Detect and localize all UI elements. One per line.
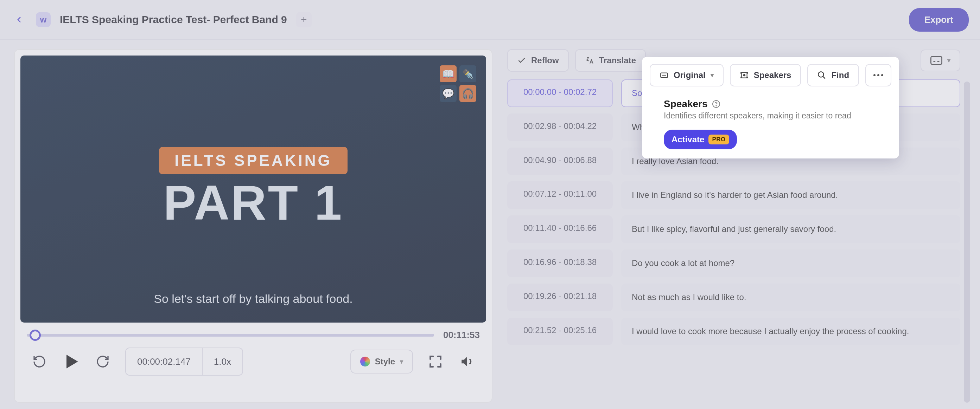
transcript-text[interactable]: Not as much as I would like to. [621, 284, 960, 311]
project-title[interactable]: IELTS Speaking Practice Test- Perfect Ba… [60, 14, 287, 25]
transcript-timestamp[interactable]: 00:07.12 - 00:11.00 [507, 181, 613, 209]
original-label: Original [674, 70, 706, 80]
play-button[interactable] [62, 352, 80, 371]
speech-icon: 💬 [440, 85, 457, 102]
book-icon: 📖 [440, 65, 457, 82]
scrub-row: 00:11:53 [21, 330, 486, 341]
transcript-text[interactable]: But I like spicy, flavorful and just gen… [621, 216, 960, 243]
playback-speed[interactable]: 1.0x [202, 348, 242, 375]
forward-button[interactable] [94, 352, 112, 371]
transcript-text[interactable]: I would love to cook more because I actu… [621, 318, 960, 346]
current-time[interactable]: 00:00:02.147 [126, 356, 202, 367]
video-corner-icons: 📖 ✒️ 💬 🎧 [440, 65, 476, 102]
forward-icon [95, 355, 110, 369]
svg-point-10 [881, 74, 883, 76]
check-icon [517, 56, 526, 65]
video-part-title: PART 1 [163, 174, 343, 231]
svg-point-8 [873, 74, 875, 76]
chevron-down-icon: ▾ [947, 57, 950, 64]
translate-icon [585, 56, 594, 65]
pen-icon: ✒️ [460, 65, 476, 82]
help-icon[interactable] [712, 100, 721, 108]
popover-title: Speakers [664, 98, 708, 109]
translate-label: Translate [599, 55, 636, 65]
style-label: Style [375, 357, 395, 366]
popover-toolbar: Original ▾ Speakers Find [650, 64, 891, 86]
video-caption: So let's start off by talking about food… [154, 292, 352, 306]
find-label: Find [831, 70, 849, 80]
video-pane: 📖 ✒️ 💬 🎧 IELTS SPEAKING PART 1 So let's … [14, 49, 492, 403]
transcript-timestamp[interactable]: 00:16.96 - 00:18.38 [507, 249, 613, 277]
transcript-line[interactable]: 00:19.26 - 00:21.18Not as much as I woul… [507, 284, 960, 311]
svg-marker-0 [67, 355, 78, 369]
svg-point-6 [819, 72, 824, 77]
video-duration: 00:11:53 [443, 330, 480, 341]
chevron-down-icon: ▾ [400, 358, 403, 365]
transcript-timestamp[interactable]: 00:21.52 - 00:25.16 [507, 318, 613, 346]
add-section-button[interactable]: + [296, 12, 312, 27]
export-button[interactable]: Export [909, 8, 969, 32]
controls-row: 00:00:02.147 1.0x Style ▾ [21, 347, 486, 379]
style-button[interactable]: Style ▾ [350, 350, 413, 374]
transcript-line[interactable]: 00:16.96 - 00:18.38Do you cook a lot at … [507, 249, 960, 277]
fullscreen-icon [428, 355, 442, 369]
rainbow-icon [360, 357, 370, 366]
chevron-down-icon: ▾ [711, 71, 714, 79]
speakers-button[interactable]: Speakers [730, 64, 801, 86]
transcript-line[interactable]: 00:07.12 - 00:11.00I live in England so … [507, 181, 960, 209]
top-header: w IELTS Speaking Practice Test- Perfect … [0, 0, 980, 40]
video-player[interactable]: 📖 ✒️ 💬 🎧 IELTS SPEAKING PART 1 So let's … [21, 55, 486, 323]
plus-icon: + [301, 14, 307, 25]
speakers-icon [740, 71, 749, 80]
volume-icon [460, 354, 474, 369]
subtitle-icon [660, 71, 669, 80]
speakers-label: Speakers [754, 70, 791, 80]
rewind-button[interactable] [30, 352, 49, 371]
transcript-timestamp[interactable]: 00:19.26 - 00:21.18 [507, 284, 613, 311]
captions-icon [931, 56, 942, 65]
svg-point-9 [877, 74, 880, 76]
more-icon [873, 74, 884, 77]
svg-line-7 [823, 76, 826, 79]
back-button[interactable] [11, 12, 27, 27]
progress-slider[interactable] [27, 334, 434, 337]
activate-button[interactable]: Activate PRO [664, 130, 737, 149]
transcript-timestamp[interactable]: 00:04.90 - 00:06.88 [507, 147, 613, 175]
transcript-line[interactable]: 00:21.52 - 00:25.16I would love to cook … [507, 318, 960, 346]
logo-glyph: w [40, 15, 47, 25]
pro-badge: PRO [708, 135, 729, 144]
rewind-icon [32, 355, 46, 369]
play-icon [62, 352, 80, 371]
headphones-icon: 🎧 [460, 85, 476, 102]
app-logo[interactable]: w [36, 12, 51, 27]
reflow-label: Reflow [531, 55, 559, 65]
transcript-timestamp[interactable]: 00:02.98 - 00:04.22 [507, 114, 613, 141]
reflow-button[interactable]: Reflow [507, 49, 569, 72]
volume-button[interactable] [458, 352, 476, 371]
speakers-popover: Original ▾ Speakers Find Speakers Identi… [642, 57, 899, 159]
transcript-line[interactable]: 00:11.40 - 00:16.66But I like spicy, fla… [507, 216, 960, 243]
svg-point-5 [744, 75, 745, 76]
transcript-timestamp[interactable]: 00:00.00 - 00:02.72 [507, 79, 613, 107]
transcript-timestamp[interactable]: 00:11.40 - 00:16.66 [507, 216, 613, 243]
svg-rect-1 [931, 57, 942, 65]
progress-knob[interactable] [30, 330, 41, 341]
find-button[interactable]: Find [807, 64, 859, 86]
transcript-scrollbar[interactable] [964, 81, 970, 403]
search-icon [817, 71, 826, 80]
more-button[interactable] [865, 64, 891, 86]
time-readout: 00:00:02.147 1.0x [125, 347, 243, 376]
captions-button[interactable]: ▾ [921, 49, 960, 71]
translate-button[interactable]: Translate [575, 49, 646, 72]
original-dropdown[interactable]: Original ▾ [650, 64, 724, 86]
chevron-left-icon [14, 15, 24, 24]
fullscreen-button[interactable] [426, 352, 445, 371]
svg-point-12 [716, 105, 716, 106]
activate-label: Activate [671, 135, 704, 144]
video-kicker: IELTS SPEAKING [159, 147, 347, 174]
transcript-text[interactable]: Do you cook a lot at home? [621, 249, 960, 277]
popover-subtitle: Identifies different speakers, making it… [650, 111, 891, 120]
transcript-text[interactable]: I live in England so it's harder to get … [621, 181, 960, 209]
